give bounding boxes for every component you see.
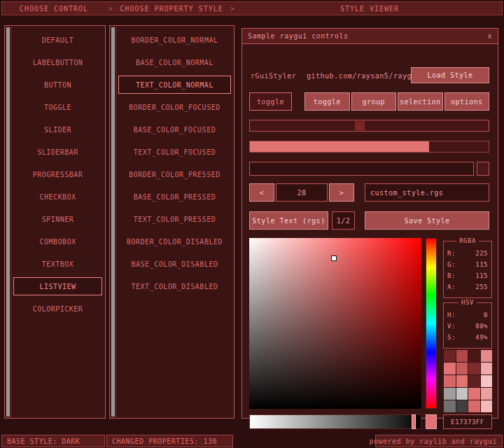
color-saturation-value-panel[interactable] — [249, 238, 421, 409]
controls-list: DEFAULT LABELBUTTON BUTTON TOGGLE SLIDER… — [13, 31, 102, 322]
load-style-button[interactable]: Load Style — [411, 67, 489, 83]
toggle-group-selection[interactable]: selection — [398, 92, 443, 111]
control-item-labelbutton[interactable]: LABELBUTTON — [13, 53, 102, 71]
control-item-colorpicker[interactable]: COLORPICKER — [13, 300, 102, 318]
color-swatch[interactable] — [456, 375, 468, 387]
repo-link[interactable]: github.com/raysan5/raygui — [307, 67, 421, 84]
style-viewer-window: Sample raygui controls x rGuiStyler gith… — [241, 28, 498, 419]
tab-choose-control[interactable]: CHOOSE CONTROL — [2, 5, 106, 13]
control-item-textbox[interactable]: TEXTBOX — [13, 255, 102, 273]
slider-handle[interactable] — [355, 121, 365, 130]
window-title: Sample raygui controls — [248, 32, 348, 40]
property-item-border-color-disabled[interactable]: BORDER_COLOR_DISABLED — [118, 232, 231, 251]
control-item-toggle[interactable]: TOGGLE — [13, 98, 102, 116]
hue-slider[interactable] — [426, 238, 437, 409]
rgba-value-g: 115 — [475, 261, 488, 268]
property-item-text-color-focused[interactable]: TEXT_COLOR_FOCUSED — [118, 143, 231, 161]
hsv-label-h: H: — [447, 312, 456, 318]
color-swatch[interactable] — [481, 363, 493, 374]
toggle-row: toggle toggle group selection options — [249, 92, 489, 111]
color-swatch[interactable] — [481, 375, 493, 387]
color-swatch[interactable] — [456, 400, 468, 412]
property-item-border-color-focused[interactable]: BORDER_COLOR_FOCUSED — [118, 98, 231, 116]
color-swatch[interactable] — [456, 350, 468, 362]
property-item-border-color-pressed[interactable]: BORDER_COLOR_PRESSED — [118, 165, 231, 183]
rgba-label-a: A: — [447, 284, 456, 290]
rgba-label-r: R: — [447, 250, 456, 257]
color-swatch[interactable] — [456, 363, 468, 374]
color-swatch[interactable] — [481, 350, 493, 362]
color-swatch[interactable] — [468, 350, 480, 362]
color-swatch[interactable] — [468, 375, 480, 387]
spinner-decrement-button[interactable]: < — [249, 183, 274, 202]
property-item-border-color-normal[interactable]: BORDER_COLOR_NORMAL — [118, 31, 231, 49]
rgba-value-r: 225 — [475, 250, 488, 257]
color-picker-cursor[interactable] — [331, 255, 337, 261]
control-item-sliderbar[interactable]: SLIDERBAR — [13, 143, 102, 161]
hsv-row-v: V: 88% — [447, 321, 488, 332]
hsv-value-v: 88% — [475, 323, 488, 330]
page-indicator[interactable]: 1/2 — [332, 211, 355, 230]
grayscale-slider[interactable] — [249, 414, 421, 429]
properties-panel: BORDER_COLOR_NORMAL BASE_COLOR_NORMAL TE… — [109, 25, 234, 419]
hsv-title: HSV — [458, 299, 477, 306]
hsv-value-s: 49% — [475, 334, 488, 341]
toggle-group-toggle[interactable]: toggle — [304, 92, 350, 111]
color-swatch[interactable] — [468, 400, 480, 412]
control-item-slider[interactable]: SLIDER — [13, 120, 102, 139]
toggle-group-options[interactable]: options — [444, 92, 490, 111]
status-base-style: BASE STYLE: DARK — [1, 435, 105, 447]
tab-choose-property-style[interactable]: CHOOSE PROPERTY STYLE — [115, 5, 227, 13]
control-item-spinner[interactable]: SPINNER — [13, 210, 102, 228]
rgba-value-b: 115 — [475, 272, 488, 279]
grayscale-slider-handle[interactable] — [412, 414, 416, 429]
controls-scrollbar[interactable] — [6, 27, 12, 417]
save-style-button[interactable]: Save Style — [365, 211, 489, 230]
filename-input[interactable]: custom_style.rgs — [365, 183, 489, 202]
toggle-button-active[interactable]: toggle — [249, 92, 292, 111]
hsv-label-s: S: — [447, 334, 456, 341]
current-color-box[interactable] — [426, 414, 437, 429]
property-item-base-color-normal[interactable]: BASE_COLOR_NORMAL — [118, 53, 231, 71]
color-swatch[interactable] — [444, 388, 456, 400]
properties-scrollbar[interactable] — [111, 27, 117, 417]
progress-bar[interactable] — [249, 141, 489, 153]
color-swatch[interactable] — [468, 363, 480, 374]
control-item-default[interactable]: DEFAULT — [13, 31, 102, 49]
tab-style-viewer[interactable]: STYLE VIEWER — [237, 5, 502, 13]
spinner-increment-button[interactable]: > — [329, 183, 354, 202]
color-swatch[interactable] — [468, 388, 480, 400]
scrollbar-thumb[interactable] — [111, 27, 115, 416]
color-swatch[interactable] — [444, 400, 456, 412]
property-item-text-color-normal[interactable]: TEXT_COLOR_NORMAL — [118, 76, 231, 94]
control-item-checkbox[interactable]: CHECKBOX — [13, 188, 102, 206]
property-item-base-color-disabled[interactable]: BASE_COLOR_DISABLED — [118, 255, 231, 273]
control-item-button[interactable]: BUTTON — [13, 76, 102, 94]
control-item-listview[interactable]: LISTVIEW — [13, 277, 102, 295]
toggle-group-group[interactable]: group — [351, 92, 397, 111]
color-swatch[interactable] — [444, 363, 456, 374]
text-input-side-button[interactable] — [477, 162, 489, 176]
scrollbar-thumb[interactable] — [6, 27, 10, 416]
color-swatch[interactable] — [444, 375, 456, 387]
color-swatch[interactable] — [481, 388, 493, 400]
control-item-combobox[interactable]: COMBOBOX — [13, 232, 102, 251]
text-input[interactable] — [249, 162, 474, 176]
slider[interactable] — [249, 120, 489, 132]
hex-color-input[interactable]: E17373FF — [443, 414, 492, 429]
property-item-base-color-focused[interactable]: BASE_COLOR_FOCUSED — [118, 120, 231, 139]
rgba-groupbox: RGBA R: 225 G: 115 B: 115 A: 255 — [443, 241, 492, 298]
property-item-base-color-pressed[interactable]: BASE_COLOR_PRESSED — [118, 188, 231, 206]
control-item-progressbar[interactable]: PROGRESSBAR — [13, 165, 102, 183]
close-icon[interactable]: x — [487, 32, 492, 40]
style-text-button[interactable]: Style Text (rgs) — [249, 211, 328, 230]
chevron-right-icon: > — [227, 5, 237, 13]
color-swatch[interactable] — [481, 400, 493, 412]
color-swatch[interactable] — [444, 350, 456, 362]
color-swatch[interactable] — [456, 388, 468, 400]
spinner-value[interactable]: 28 — [276, 183, 328, 202]
window-titlebar[interactable]: Sample raygui controls x — [242, 29, 498, 44]
property-item-text-color-disabled[interactable]: TEXT_COLOR_DISABLED — [118, 277, 231, 295]
property-item-text-color-pressed[interactable]: TEXT_COLOR_PRESSED — [118, 210, 231, 228]
window-body: rGuiStyler github.com/raysan5/raygui Loa… — [242, 44, 498, 418]
